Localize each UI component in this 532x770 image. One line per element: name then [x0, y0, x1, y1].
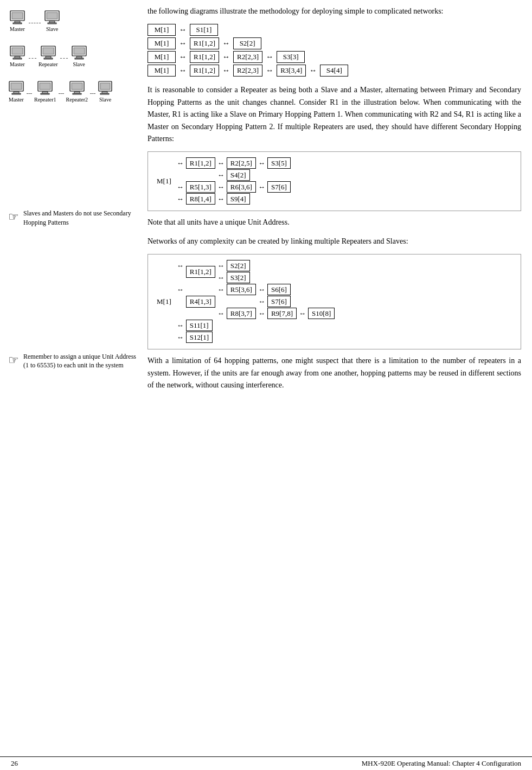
svg-rect-35 [100, 93, 109, 94]
svg-rect-10 [15, 56, 20, 58]
node-r2-23: R2[2,3] [233, 51, 262, 63]
svg-rect-29 [72, 83, 82, 90]
svg-rect-34 [102, 92, 107, 93]
svg-rect-27 [41, 93, 49, 94]
cx-row-5: ↔ R8[3,7] ↔ R9[7,8] ↔ S10[8] [157, 308, 336, 320]
svg-rect-17 [74, 48, 85, 54]
med-r5-13: R5[1,3] [186, 181, 215, 193]
node-m1-r3: M[1] [148, 51, 176, 63]
med-row-2: ↔ S4[2] [157, 169, 292, 181]
arrow-4a: ↔ [179, 66, 187, 75]
cx-row-4: ↔ S7[6] [157, 296, 336, 308]
master-label-3: Master [9, 97, 24, 103]
cx-empty-4d [298, 296, 307, 308]
svg-rect-33 [100, 83, 110, 90]
cx-empty-3a [298, 284, 336, 296]
cx-empty-6a [216, 320, 336, 332]
networks-intro-text: Networks of any complexity can be create… [148, 236, 521, 247]
svg-rect-1 [12, 12, 23, 19]
cx-s6-6: S6[6] [267, 284, 291, 295]
node-r1-12: R1[1,2] [190, 37, 219, 49]
svg-rect-2 [15, 21, 20, 23]
simple-net-1: M[1] ↔ S1[1] [148, 24, 521, 36]
note-slaves-masters-text: Slaves and Masters do not use Secondary … [23, 209, 137, 227]
cx-arrow-1b: ↔ [216, 260, 226, 272]
med-arrow-1a: ↔ [176, 157, 185, 169]
svg-rect-23 [12, 93, 21, 94]
med-r2-25: R2[2,5] [227, 157, 256, 169]
cx-empty-5a [176, 308, 185, 320]
main-content: the following diagrams illustrate the me… [142, 0, 532, 770]
arrow-4b: ↔ [222, 66, 230, 75]
med-empty-3 [257, 169, 266, 181]
svg-rect-15 [44, 58, 53, 59]
arrow-3c: ↔ [266, 53, 273, 61]
cx-empty-4b [216, 296, 226, 308]
med-empty-1 [176, 169, 185, 181]
med-empty-4 [266, 169, 292, 181]
node-s4: S4[4] [320, 65, 348, 77]
diagram-master-rep1-rep2-slave: Master Repeater1 [8, 80, 113, 105]
simple-net-4: M[1] ↔ R1[1,2] ↔ R2[2,3] ↔ R3[3,4] ↔ S4[… [148, 65, 521, 77]
slave-label-2: Slave [73, 61, 85, 67]
svg-rect-6 [49, 21, 55, 23]
para1-text: It is reasonable to consider a Repeater … [148, 84, 521, 145]
svg-rect-18 [76, 56, 82, 58]
svg-rect-30 [74, 92, 80, 93]
med-empty-6 [266, 193, 292, 205]
page-number: 26 [11, 759, 18, 768]
med-s9-4: S9[4] [227, 193, 250, 205]
cx-arrow-7a: ↔ [176, 332, 185, 343]
note-unique-text: Note that all units have a unique Unit A… [148, 217, 521, 228]
cx-s10-8: S10[8] [308, 308, 335, 319]
cx-arrow-3b: ↔ [216, 284, 226, 296]
medium-network-diagram: M[1] ↔ R1[1,2] ↔ R2[2,5] ↔ S3[5] ↔ S4[2] [148, 151, 521, 211]
med-arrow-4a: ↔ [176, 193, 185, 205]
cx-s3-2: S3[2] [227, 272, 250, 283]
note-unit-address: ☞ Remember to assign a unique Unit Addre… [8, 352, 137, 371]
arrow-3b: ↔ [222, 53, 230, 61]
svg-rect-5 [47, 12, 57, 19]
node-m1-r2: M[1] [148, 37, 176, 49]
diagram-master-repeater-slave: Master Repeater [8, 45, 88, 69]
note-slaves-masters: ☞ Slaves and Masters do not use Secondar… [8, 209, 137, 227]
cx-row-2: ↔ S3[2] [157, 272, 336, 284]
simple-net-3: M[1] ↔ R1[1,2] ↔ R2[2,3] ↔ S3[3] [148, 51, 521, 63]
med-empty-5 [257, 193, 266, 205]
cx-r9-78: R9[7,8] [267, 308, 297, 319]
cx-arrow-4a: ↔ [257, 296, 266, 308]
arrow-4c: ↔ [266, 66, 273, 75]
node-m1-r1: M[1] [148, 24, 176, 36]
cx-arrow-3a: ↔ [176, 284, 185, 296]
cx-empty-4c [226, 296, 257, 308]
med-m1-label: M[1] [157, 157, 176, 205]
node-r3-34: R3[3,4] [277, 65, 306, 77]
arrow-1: ↔ [179, 26, 187, 34]
node-r1-12-c: R1[1,2] [190, 65, 219, 77]
med-arrow-2a: ↔ [216, 169, 226, 181]
simple-net-2: M[1] ↔ R1[1,2] ↔ S2[2] [148, 37, 521, 49]
node-s3: S3[3] [277, 51, 305, 63]
cx-arrow-3c: ↔ [257, 284, 266, 296]
node-s2: S2[2] [233, 37, 261, 49]
cx-empty-2a [176, 272, 185, 284]
arrow-3a: ↔ [179, 53, 187, 61]
master-label-2: Master [10, 61, 25, 67]
slave-label-3: Slave [99, 97, 111, 103]
med-empty-2 [185, 169, 216, 181]
cx-arrow-5c: ↔ [298, 308, 307, 320]
med-arrow-3b: ↔ [216, 181, 226, 193]
cx-arrow-1a: ↔ [176, 260, 185, 272]
repeater1-label: Repeater1 [34, 97, 56, 103]
med-r6-36: R6[3,6] [227, 181, 256, 193]
repeater-label-1: Repeater [39, 61, 58, 67]
para-final-text: With a limitation of 64 hopping patterns… [148, 355, 521, 391]
svg-rect-14 [46, 56, 51, 58]
med-row-3: ↔ R5[1,3] ↔ R6[3,6] ↔ S7[6] [157, 181, 292, 193]
cx-s7-6: S7[6] [267, 296, 291, 307]
slave-label-1: Slave [46, 26, 58, 32]
cx-arrow-5a: ↔ [216, 308, 226, 320]
med-arrow-1c: ↔ [257, 157, 266, 169]
cx-s11-1: S11[1] [186, 320, 213, 331]
med-arrow-3c: ↔ [257, 181, 266, 193]
